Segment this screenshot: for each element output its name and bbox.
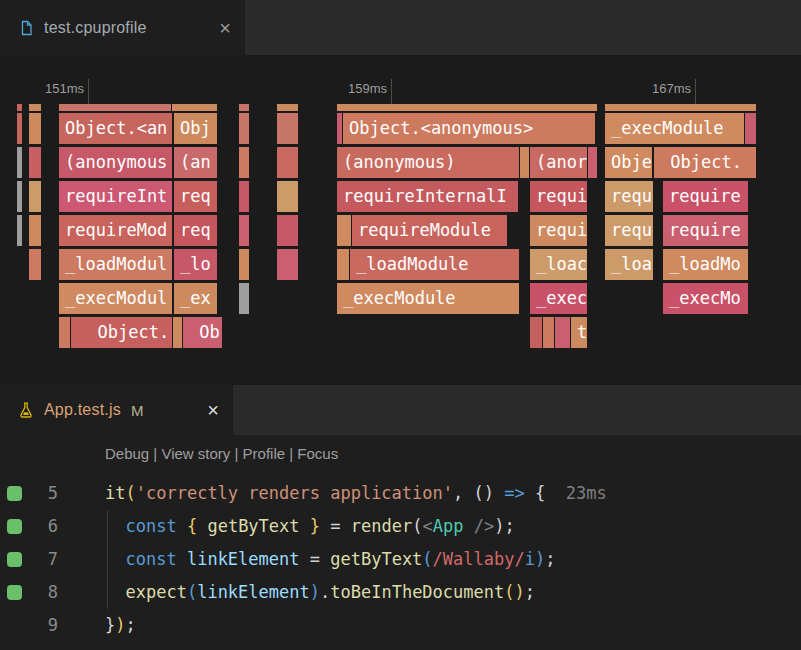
- flame-cell[interactable]: [29, 249, 41, 280]
- coverage-indicator[interactable]: [7, 585, 22, 600]
- close-icon[interactable]: ×: [207, 400, 219, 420]
- flame-cell[interactable]: _execModule: [337, 283, 519, 314]
- flame-cell[interactable]: _execMo: [663, 283, 748, 314]
- flame-cell[interactable]: Obje: [605, 147, 652, 178]
- flame-cell[interactable]: [17, 147, 22, 178]
- flame-cell[interactable]: [17, 104, 22, 111]
- flame-cell[interactable]: requ: [605, 215, 653, 246]
- flame-cell[interactable]: [337, 215, 351, 246]
- flame-cell[interactable]: [59, 317, 70, 348]
- flame-cell[interactable]: [239, 181, 249, 212]
- flame-cell[interactable]: _loa: [605, 249, 653, 280]
- flame-cell[interactable]: [29, 181, 41, 212]
- flame-cell[interactable]: _ex: [174, 283, 217, 314]
- flame-cell[interactable]: [588, 147, 597, 178]
- code-line[interactable]: 9});: [0, 609, 801, 642]
- flame-cell[interactable]: _loadModul: [59, 249, 172, 280]
- flame-cell[interactable]: (anonymous): [337, 147, 519, 178]
- flame-cell[interactable]: [59, 104, 171, 111]
- flame-cell[interactable]: [239, 283, 249, 314]
- close-icon[interactable]: ×: [219, 18, 231, 38]
- flame-cell[interactable]: _lo: [174, 249, 217, 280]
- code-text: expect(linkElement).toBeInTheDocument();: [105, 576, 535, 609]
- code-line[interactable]: 8 expect(linkElement).toBeInTheDocument(…: [0, 576, 801, 609]
- flame-cell[interactable]: Ob: [183, 317, 222, 348]
- flame-cell[interactable]: [745, 113, 756, 144]
- flame-cell[interactable]: [277, 181, 298, 212]
- flame-cell[interactable]: [239, 147, 249, 178]
- tab-test-cpuprofile[interactable]: test.cpuprofile ×: [0, 0, 245, 55]
- flame-cell[interactable]: Obj: [174, 113, 217, 144]
- flame-graph: 151ms159ms167msObject.<anObj(anonymous(a…: [0, 55, 801, 385]
- flame-cell[interactable]: [605, 104, 756, 111]
- flame-cell[interactable]: requireMod: [59, 215, 172, 246]
- flame-cell[interactable]: [530, 317, 542, 348]
- flame-cell[interactable]: [17, 181, 22, 212]
- flame-cell[interactable]: [520, 147, 529, 178]
- flame-cell[interactable]: (an: [174, 147, 217, 178]
- flame-cell[interactable]: [277, 215, 298, 246]
- flame-cell[interactable]: _loadModule: [350, 249, 519, 280]
- coverage-indicator[interactable]: [7, 519, 22, 534]
- flame-cell[interactable]: Object.<anonymous>: [343, 113, 595, 144]
- flame-cell[interactable]: _execModule: [605, 113, 744, 144]
- code-text: });: [105, 609, 136, 642]
- flame-cell[interactable]: [555, 317, 570, 348]
- flame-cell[interactable]: [337, 104, 597, 111]
- flame-cell[interactable]: [29, 113, 41, 144]
- flame-cell[interactable]: [277, 104, 298, 111]
- profile-tabbar: test.cpuprofile ×: [0, 0, 801, 55]
- flame-cell[interactable]: _loac: [530, 249, 587, 280]
- flame-cell[interactable]: Object.: [654, 147, 756, 178]
- coverage-indicator[interactable]: [7, 552, 22, 567]
- flame-cell[interactable]: [173, 317, 182, 348]
- flame-cell[interactable]: [543, 317, 554, 348]
- duration-annotation: 23ms: [545, 483, 606, 503]
- flame-cell[interactable]: requireModule: [352, 215, 507, 246]
- flame-cell[interactable]: _exec: [530, 283, 587, 314]
- flame-cell[interactable]: _loadMo: [663, 249, 748, 280]
- flame-cell[interactable]: [277, 147, 298, 178]
- flame-cell[interactable]: [29, 147, 41, 178]
- flame-cell[interactable]: requ: [605, 181, 653, 212]
- flame-cell[interactable]: require: [663, 215, 748, 246]
- flame-cell[interactable]: [337, 113, 342, 144]
- flame-cell[interactable]: Object.: [71, 317, 172, 348]
- flame-cell[interactable]: [239, 215, 249, 246]
- coverage-indicator[interactable]: [7, 486, 22, 501]
- flame-cell[interactable]: [277, 249, 298, 280]
- flame-cell[interactable]: (anonymous: [59, 147, 172, 178]
- code-line[interactable]: 7 const linkElement = getByText(/Wallaby…: [0, 543, 801, 576]
- flame-cell[interactable]: t: [571, 317, 587, 348]
- flame-cell[interactable]: [17, 113, 22, 144]
- file-icon: [18, 20, 34, 36]
- editor-tabbar: App.test.js M ×: [0, 385, 801, 435]
- flame-cell[interactable]: _execModul: [59, 283, 172, 314]
- code-line[interactable]: 5it('correctly renders application', () …: [0, 477, 801, 510]
- flame-cell[interactable]: requi: [530, 181, 587, 212]
- flame-cell[interactable]: (anor: [530, 147, 587, 178]
- flame-cell[interactable]: [239, 113, 249, 144]
- flame-cell[interactable]: [239, 104, 249, 111]
- flame-cell[interactable]: req: [174, 215, 217, 246]
- flame-cell[interactable]: [239, 249, 249, 280]
- flame-cell[interactable]: requireInternalI: [337, 181, 518, 212]
- flame-cell[interactable]: [29, 215, 41, 246]
- code-line[interactable]: 6 const { getByText } = render(<App />);: [0, 510, 801, 543]
- flame-cell[interactable]: [277, 113, 298, 144]
- tab-title: App.test.js: [44, 401, 121, 419]
- flame-cell[interactable]: [172, 104, 217, 111]
- ruler-tick-label: 151ms: [24, 81, 84, 96]
- flame-cell[interactable]: [29, 104, 41, 111]
- flame-cell[interactable]: req: [174, 181, 217, 212]
- flame-cell[interactable]: require: [663, 181, 748, 212]
- ruler-tick-label: 159ms: [327, 81, 387, 96]
- code-editor: Debug | View story | Profile | Focus 5it…: [0, 435, 801, 650]
- codelens-links[interactable]: Debug | View story | Profile | Focus: [105, 445, 338, 462]
- tab-app-test-js[interactable]: App.test.js M ×: [0, 385, 233, 435]
- flame-cell[interactable]: requi: [530, 215, 587, 246]
- flame-cell[interactable]: [337, 249, 349, 280]
- flame-cell[interactable]: requireInt: [59, 181, 172, 212]
- flame-cell[interactable]: Object.<an: [59, 113, 172, 144]
- flame-cell[interactable]: [17, 215, 22, 246]
